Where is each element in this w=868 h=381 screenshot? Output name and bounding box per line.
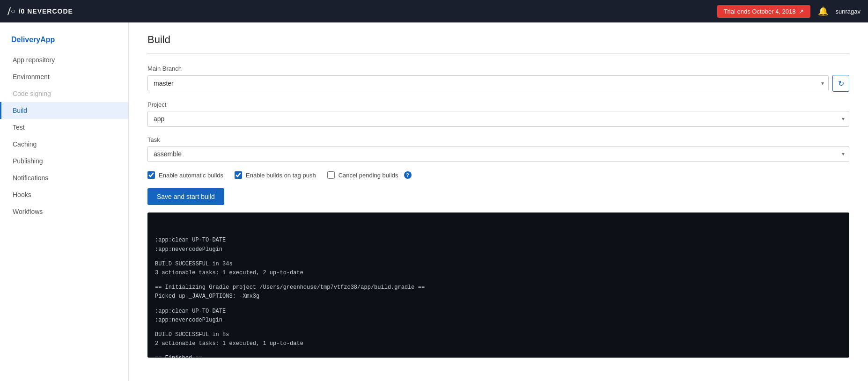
tag-push-checkbox[interactable] <box>235 171 242 179</box>
sidebar-item-caching[interactable]: Caching <box>0 136 128 153</box>
console-line: 3 actionable tasks: 1 executed, 2 up-to-… <box>155 269 842 278</box>
sidebar-app-title[interactable]: DeliveryApp <box>0 32 128 51</box>
main-branch-select[interactable]: masterdevelopmain <box>147 75 829 91</box>
project-select[interactable]: app <box>147 111 849 127</box>
topnav-right: Trial ends October 4, 2018 ↗ 🔔 sunragav <box>717 5 861 18</box>
notification-bell-icon[interactable]: 🔔 <box>818 6 828 16</box>
console-line: == Initializing Gradle project /Users/gr… <box>155 283 842 292</box>
save-start-build-button[interactable]: Save and start build <box>147 188 224 205</box>
trial-badge[interactable]: Trial ends October 4, 2018 ↗ <box>717 5 810 18</box>
top-navigation: ⧸○ /0 NEVERCODE Trial ends October 4, 20… <box>0 0 868 22</box>
logo: ⧸○ /0 NEVERCODE <box>7 7 73 15</box>
project-field: Project app ▾ <box>147 101 849 127</box>
tag-push-checkbox-label[interactable]: Enable builds on tag push <box>235 171 316 179</box>
sidebar-item-test[interactable]: Test <box>0 119 128 136</box>
console-line: BUILD SUCCESSFUL in 8s <box>155 330 842 339</box>
console-line: 2 actionable tasks: 1 executed, 1 up-to-… <box>155 339 842 348</box>
app-layout: DeliveryApp App repositoryEnvironmentCod… <box>0 22 868 381</box>
auto-builds-checkbox-label[interactable]: Enable automatic builds <box>147 171 223 179</box>
main-branch-row: masterdevelopmain ▾ ↻ <box>147 75 849 92</box>
sidebar-item-code-signing: Code signing <box>0 85 128 102</box>
sidebar-item-environment[interactable]: Environment <box>0 68 128 85</box>
console-line: :app:clean UP-TO-DATE <box>155 236 842 245</box>
console-output: :app:clean UP-TO-DATE :app:nevercodePlug… <box>147 212 849 358</box>
console-line: :app:clean UP-TO-DATE <box>155 307 842 316</box>
console-line <box>155 254 842 260</box>
cancel-pending-checkbox[interactable] <box>327 171 335 179</box>
task-label: Task <box>147 136 849 143</box>
external-link-icon: ↗ <box>799 8 804 15</box>
console-line <box>155 325 842 330</box>
console-line <box>155 278 842 283</box>
sidebar-item-app-repository[interactable]: App repository <box>0 51 128 68</box>
project-select-wrap: app ▾ <box>147 111 849 127</box>
auto-builds-label: Enable automatic builds <box>159 172 223 179</box>
console-line <box>155 348 842 354</box>
sidebar-item-notifications[interactable]: Notifications <box>0 169 128 186</box>
sidebar-item-build[interactable]: Build <box>0 102 128 119</box>
cancel-pending-label: Cancel pending builds <box>338 172 398 179</box>
console-line: Picked up _JAVA_OPTIONS: -Xmx3g <box>155 292 842 301</box>
auto-builds-checkbox[interactable] <box>147 171 155 179</box>
task-select-wrap: assembleassembleDebugassembleRelease ▾ <box>147 146 849 162</box>
sidebar: DeliveryApp App repositoryEnvironmentCod… <box>0 22 129 381</box>
main-branch-label: Main Branch <box>147 65 849 72</box>
console-line: == Finished == <box>155 354 842 358</box>
main-branch-field: Main Branch masterdevelopmain ▾ ↻ <box>147 65 849 92</box>
task-field: Task assembleassembleDebugassembleReleas… <box>147 136 849 162</box>
trial-badge-text: Trial ends October 4, 2018 <box>724 8 795 15</box>
refresh-branch-button[interactable]: ↻ <box>832 75 849 92</box>
cancel-pending-checkbox-label[interactable]: Cancel pending builds ? <box>327 171 412 179</box>
tag-push-label: Enable builds on tag push <box>246 172 316 179</box>
main-branch-select-wrap: masterdevelopmain ▾ <box>147 75 829 91</box>
page-title: Build <box>147 34 849 54</box>
sidebar-item-publishing[interactable]: Publishing <box>0 153 128 169</box>
user-label[interactable]: sunragav <box>836 8 861 15</box>
console-line: :app:nevercodePlugin <box>155 245 842 254</box>
console-line: :app:nevercodePlugin <box>155 316 842 325</box>
project-label: Project <box>147 101 849 108</box>
main-content: Build Main Branch masterdevelopmain ▾ ↻ … <box>129 22 868 381</box>
console-line <box>155 301 842 307</box>
console-line: BUILD SUCCESSFUL in 34s <box>155 260 842 269</box>
task-select[interactable]: assembleassembleDebugassembleRelease <box>147 146 849 162</box>
help-icon[interactable]: ? <box>404 171 412 179</box>
logo-icon: ⧸○ <box>7 7 16 15</box>
checkboxes-row: Enable automatic builds Enable builds on… <box>147 171 849 179</box>
sidebar-item-workflows[interactable]: Workflows <box>0 203 128 220</box>
sidebar-item-hooks[interactable]: Hooks <box>0 186 128 203</box>
logo-text: /0 NEVERCODE <box>19 7 73 15</box>
